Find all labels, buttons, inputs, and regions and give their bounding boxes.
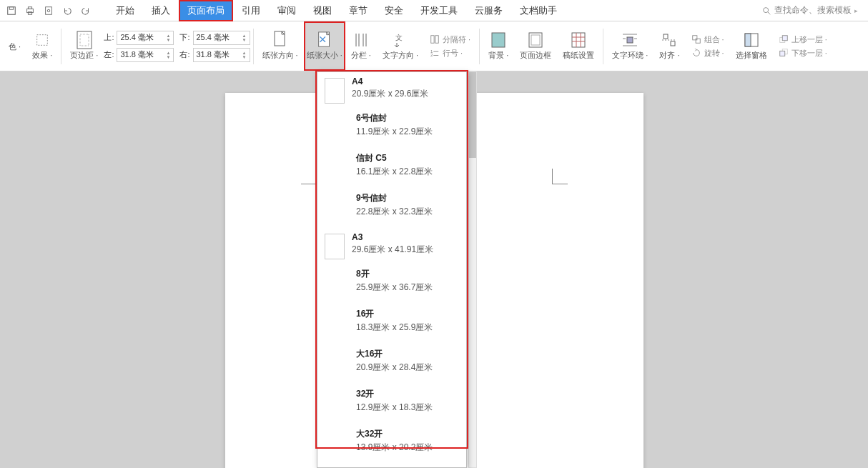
margins-label: 页边距 · xyxy=(70,50,98,61)
redo-icon[interactable] xyxy=(79,4,93,18)
margin-top-input[interactable]: 25.4 毫米▲▼ xyxy=(117,31,174,45)
paper-dimensions: 20.9厘米 x 28.4厘米 xyxy=(356,362,433,374)
background[interactable]: 背景 · xyxy=(483,21,514,71)
svg-rect-0 xyxy=(8,6,16,14)
paper-size-option[interactable]: 8开25.9厘米 x 36.7厘米 xyxy=(317,264,466,304)
move-down[interactable]: 下移一层 · xyxy=(779,48,827,59)
paper-name: 大16开 xyxy=(356,348,433,360)
svg-rect-44 xyxy=(745,34,751,46)
margin-top-label: 上: xyxy=(104,32,114,43)
svg-rect-11 xyxy=(80,34,89,46)
menu-reference[interactable]: 引用 xyxy=(233,0,269,21)
svg-rect-46 xyxy=(782,36,787,41)
page-size-dropdown: A420.9厘米 x 29.6厘米6号信封11.9厘米 x 22.9厘米信封 C… xyxy=(317,71,467,468)
paper-size-option[interactable]: 3号信封12.4厘米 x 17.5厘米 xyxy=(317,464,466,468)
paper-size-option[interactable]: 16开18.3厘米 x 25.9厘米 xyxy=(317,304,466,344)
page-size-label: 纸张大小 · xyxy=(307,50,342,61)
breaks-group: 分隔符 · 12行号 · xyxy=(424,21,476,71)
paper-name: A3 xyxy=(352,232,433,242)
svg-rect-39 xyxy=(671,41,675,46)
svg-rect-5 xyxy=(46,6,52,14)
align[interactable]: 对齐 · xyxy=(654,21,685,71)
theme-color[interactable]: 色 · xyxy=(3,21,26,71)
svg-rect-27 xyxy=(531,35,540,45)
orientation-label: 纸张方向 · xyxy=(262,50,298,61)
search-placeholder: 查找命令、搜索模板 xyxy=(774,4,852,16)
rotate-btn[interactable]: 旋转 · xyxy=(691,48,724,59)
svg-rect-12 xyxy=(275,31,285,46)
line-numbers[interactable]: 12行号 · xyxy=(430,48,463,59)
dropdown-scrollbar[interactable] xyxy=(468,71,477,468)
margins-icon xyxy=(76,31,93,49)
paper-name: 32开 xyxy=(356,388,433,400)
search-box[interactable]: 查找命令、搜索模板 ▸ xyxy=(761,4,864,16)
page-border[interactable]: 页面边框 xyxy=(514,21,557,71)
svg-rect-48 xyxy=(779,51,784,56)
paper-dimensions: 13.9厘米 x 20.2厘米 xyxy=(356,442,433,454)
menu-devtools[interactable]: 开发工具 xyxy=(412,0,466,21)
page-size-icon xyxy=(316,31,333,49)
selpane-label: 选择窗格 xyxy=(736,50,767,61)
manuscript-label: 稿纸设置 xyxy=(563,50,594,61)
columns-icon xyxy=(352,31,370,49)
move-up[interactable]: 上移一层 · xyxy=(779,34,827,45)
menu-review[interactable]: 审阅 xyxy=(269,0,305,21)
selpane-icon xyxy=(743,31,760,49)
margin-right-input[interactable]: 31.8 毫米▲▼ xyxy=(193,48,250,62)
layer-group: 上移一层 · 下移一层 · xyxy=(773,21,833,71)
group-btn[interactable]: 组合 · xyxy=(691,34,724,45)
text-direction[interactable]: 文 文字方向 · xyxy=(377,21,424,71)
svg-text:2: 2 xyxy=(430,52,433,57)
orientation-icon xyxy=(272,31,289,49)
margin-bottom-input[interactable]: 25.4 毫米▲▼ xyxy=(193,31,250,45)
menu-insert[interactable]: 插入 xyxy=(143,0,179,21)
paper-name: A4 xyxy=(352,76,428,86)
svg-rect-3 xyxy=(28,6,31,9)
menu-security[interactable]: 安全 xyxy=(376,0,412,21)
menu-chapter[interactable]: 章节 xyxy=(340,0,376,21)
orientation[interactable]: 纸张方向 · xyxy=(257,21,304,71)
save-icon[interactable] xyxy=(4,4,19,18)
text-wrap[interactable]: 文字环绕 · xyxy=(606,21,654,71)
menu-view[interactable]: 视图 xyxy=(305,0,340,21)
border-icon xyxy=(527,31,544,49)
paper-dimensions: 22.8厘米 x 32.3厘米 xyxy=(356,206,433,218)
paper-icon xyxy=(325,234,345,259)
svg-rect-9 xyxy=(37,35,48,46)
menu-start[interactable]: 开始 xyxy=(107,0,143,21)
manuscript-icon xyxy=(570,31,587,49)
textdir-icon: 文 xyxy=(392,31,409,49)
print-icon[interactable] xyxy=(23,4,37,18)
breaks[interactable]: 分隔符 · xyxy=(430,34,470,45)
margins[interactable]: 页边距 · xyxy=(64,21,104,71)
manuscript[interactable]: 稿纸设置 xyxy=(557,21,600,71)
paper-size-option[interactable]: 信封 C516.1厘米 x 22.8厘米 xyxy=(317,148,466,188)
paper-name: 9号信封 xyxy=(356,192,433,204)
selection-pane[interactable]: 选择窗格 xyxy=(730,21,773,71)
margin-left-input[interactable]: 31.8 毫米▲▼ xyxy=(117,48,174,62)
menu-cloud[interactable]: 云服务 xyxy=(466,0,511,21)
align-icon xyxy=(661,31,678,49)
effects[interactable]: 效果 · xyxy=(26,21,58,71)
margin-right-label: 右: xyxy=(179,49,189,60)
paper-size-option[interactable]: 9号信封22.8厘米 x 32.3厘米 xyxy=(317,188,466,228)
theme-color-label: 色 · xyxy=(9,41,21,52)
quick-access xyxy=(4,4,93,18)
paper-size-option[interactable]: 6号信封11.9厘米 x 22.9厘米 xyxy=(317,108,466,148)
preview-icon[interactable] xyxy=(41,4,56,18)
svg-point-7 xyxy=(764,7,769,12)
paper-size-option[interactable]: 32开12.9厘米 x 18.3厘米 xyxy=(317,384,466,424)
paper-size-option[interactable]: A329.6厘米 x 41.91厘米 xyxy=(317,228,466,264)
menu-pagelayout[interactable]: 页面布局 xyxy=(179,0,233,21)
svg-rect-25 xyxy=(492,33,505,47)
paper-size-option[interactable]: 大32开13.9厘米 x 20.2厘米 xyxy=(317,424,466,464)
effects-icon xyxy=(34,31,51,49)
undo-icon[interactable] xyxy=(60,4,74,18)
paper-size-option[interactable]: 大16开20.9厘米 x 28.4厘米 xyxy=(317,344,466,384)
menu-dochelper[interactable]: 文档助手 xyxy=(511,0,566,21)
columns[interactable]: 分栏 · xyxy=(345,21,377,71)
page-size[interactable]: 纸张大小 · xyxy=(304,21,345,71)
paper-size-option[interactable]: A420.9厘米 x 29.6厘米 xyxy=(317,72,466,108)
scrollbar-thumb[interactable] xyxy=(469,72,476,158)
paper-dimensions: 11.9厘米 x 22.9厘米 xyxy=(356,126,433,138)
